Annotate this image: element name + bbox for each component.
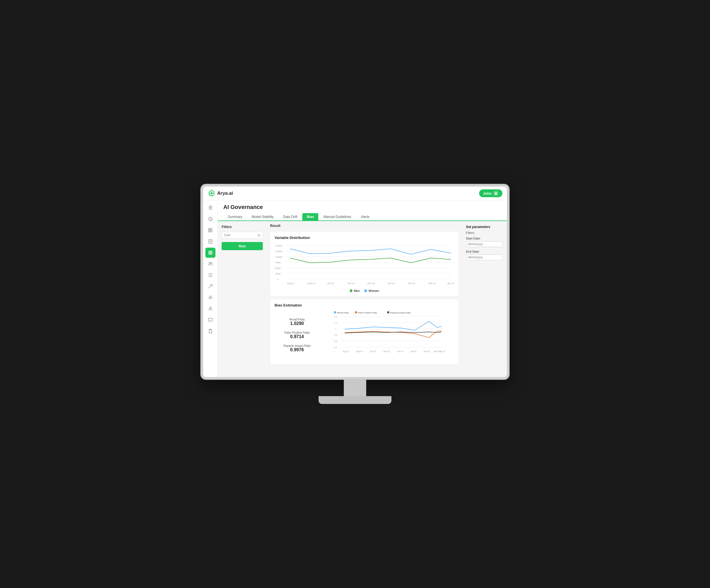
- bias-estimation-card: Bias Estimation Recall Parity 1.0290: [270, 299, 459, 364]
- false-positive-label: False Positive Parity: [275, 331, 320, 334]
- monitor-stand-base: [318, 396, 392, 404]
- sidebar-icon-user[interactable]: [205, 304, 215, 314]
- filters-label: Filters: [222, 225, 263, 229]
- bias-layout: Recall Parity 1.0290 False Positive Pari…: [275, 310, 454, 361]
- run-button[interactable]: Run: [222, 242, 263, 250]
- logo-text: Arya.ai: [217, 191, 233, 196]
- svg-text:False Positive Parity: False Positive Parity: [358, 312, 377, 314]
- sidebar-icon-tool[interactable]: [205, 281, 215, 291]
- svg-text:12500: 12500: [275, 250, 282, 252]
- svg-point-2: [210, 192, 213, 194]
- sidebar-icon-doc[interactable]: [205, 237, 215, 246]
- legend-men: Men: [350, 289, 360, 292]
- svg-point-28: [209, 307, 211, 309]
- content-area: AI Governance Summary Model Stability Da…: [218, 201, 507, 377]
- svg-text:Dec-21: Dec-21: [397, 350, 403, 352]
- svg-text:Oct-21: Oct-21: [370, 350, 376, 352]
- legend-women-label: Women: [369, 289, 379, 292]
- end-date-label: End Date:: [466, 250, 503, 253]
- disparity-label: Disparity Impact Ratio: [275, 344, 320, 347]
- svg-text:15000: 15000: [275, 244, 282, 247]
- sidebar-icon-cube[interactable]: [205, 248, 215, 258]
- svg-text:Dec-21: Dec-21: [368, 282, 375, 285]
- user-badge[interactable]: John: [479, 189, 502, 197]
- svg-text:Sept-21: Sept-21: [356, 350, 363, 353]
- tab-manual-guidelines[interactable]: Manual Guidelines: [319, 213, 356, 220]
- svg-text:Oct-21: Oct-21: [327, 282, 334, 285]
- svg-text:Aug-21: Aug-21: [287, 282, 294, 285]
- var-dist-title: Variable Distribution: [275, 236, 454, 240]
- legend-men-dot: [350, 289, 353, 292]
- var-dist-chart: 15000 12500 10000 7500 5000 2500 0: [275, 243, 454, 288]
- sidebar-icon-list[interactable]: [205, 270, 215, 280]
- svg-text:Feb-22: Feb-22: [424, 350, 430, 352]
- svg-point-26: [211, 284, 212, 286]
- page-title: AI Governance: [223, 204, 501, 211]
- filter-date-text: Date: [224, 234, 231, 237]
- params-filters-label: Filters: [466, 231, 503, 235]
- svg-text:Apr 22: Apr 22: [440, 350, 446, 353]
- legend-women-dot: [364, 289, 367, 292]
- svg-text:Disparity Impact Ratio: Disparity Impact Ratio: [390, 312, 411, 314]
- svg-line-25: [209, 286, 211, 288]
- result-label: Result: [270, 224, 459, 228]
- main-layout: ☰: [203, 201, 507, 377]
- recall-parity-value: 1.0290: [275, 321, 320, 326]
- var-dist-svg: 15000 12500 10000 7500 5000 2500 0: [275, 243, 454, 288]
- sidebar: ☰: [203, 201, 218, 377]
- svg-text:Mar-22: Mar-22: [434, 350, 440, 352]
- variable-distribution-card: Variable Distribution: [270, 232, 459, 296]
- svg-rect-29: [209, 318, 212, 321]
- tab-data-drift[interactable]: Data Drift: [279, 213, 302, 220]
- sidebar-hamburger[interactable]: ☰: [205, 203, 215, 213]
- monitor-stand-neck: [344, 379, 366, 396]
- tab-model-stability[interactable]: Model Stability: [247, 213, 278, 220]
- logo-icon: [208, 189, 215, 197]
- user-avatar-icon: [493, 191, 498, 196]
- svg-text:Feb-22: Feb-22: [408, 282, 415, 285]
- svg-rect-10: [209, 230, 210, 232]
- filter-date-wrap[interactable]: Date ▤: [222, 232, 263, 239]
- svg-text:0: 0: [277, 278, 279, 280]
- end-date-input[interactable]: [466, 254, 503, 260]
- svg-point-21: [211, 262, 212, 263]
- svg-point-59: [387, 311, 389, 314]
- svg-point-4: [495, 192, 497, 194]
- left-panel: Filters Date ▤ Run: [218, 221, 267, 377]
- svg-text:10000: 10000: [275, 255, 282, 258]
- recall-parity-metric: Recall Parity 1.0290: [275, 318, 320, 326]
- content-body: Filters Date ▤ Run Result: [218, 221, 507, 377]
- tab-alerts[interactable]: Alerts: [356, 213, 374, 220]
- svg-text:Nov-21: Nov-21: [348, 282, 355, 285]
- start-date-input[interactable]: [466, 241, 503, 247]
- svg-text:1: 1: [335, 328, 336, 330]
- svg-rect-8: [209, 228, 210, 230]
- svg-point-55: [334, 311, 336, 314]
- svg-text:Aug-21: Aug-21: [343, 350, 349, 353]
- sidebar-icon-grid[interactable]: [205, 225, 215, 235]
- svg-line-7: [210, 219, 211, 220]
- filter-calendar-icon: ▤: [258, 234, 260, 237]
- tabs-container: Summary Model Stability Data Drift Bias …: [223, 213, 501, 220]
- sidebar-icon-clipboard[interactable]: [205, 326, 215, 336]
- svg-point-57: [355, 311, 357, 314]
- svg-text:0.9: 0.9: [334, 334, 337, 337]
- result-area: Result Variable Distribution: [267, 221, 462, 377]
- tab-summary[interactable]: Summary: [223, 213, 246, 220]
- svg-text:0.8: 0.8: [334, 340, 337, 343]
- svg-text:Recall Parity: Recall Parity: [337, 312, 349, 314]
- tab-bias[interactable]: Bias: [302, 213, 318, 220]
- svg-rect-11: [211, 230, 212, 232]
- disparity-metric: Disparity Impact Ratio 0.9976: [275, 344, 320, 352]
- legend-men-label: Men: [354, 289, 360, 292]
- sidebar-icon-chat[interactable]: [205, 315, 215, 325]
- recall-parity-label: Recall Parity: [275, 318, 320, 321]
- sidebar-icon-clock[interactable]: [205, 214, 215, 224]
- user-name: John: [483, 191, 492, 196]
- monitor-outer: Arya.ai John ☰: [201, 184, 509, 404]
- var-dist-legend: Men Women: [275, 289, 454, 292]
- bias-chart-area: Recall Parity False Positive Parity Disp…: [322, 310, 454, 361]
- svg-text:Apr 22: Apr 22: [447, 282, 454, 285]
- sidebar-icon-users[interactable]: [205, 259, 215, 269]
- sidebar-icon-settings[interactable]: [205, 292, 215, 302]
